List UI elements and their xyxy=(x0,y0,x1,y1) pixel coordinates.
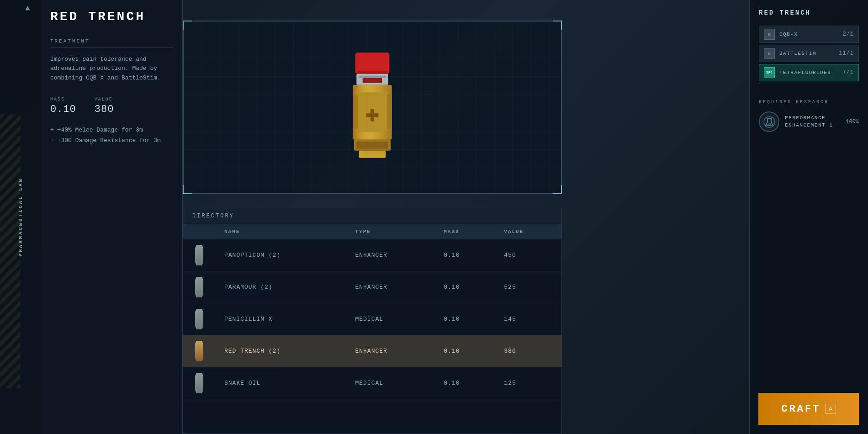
corner-tl xyxy=(183,21,192,30)
col-header-icon xyxy=(183,224,215,239)
row-name: SNAKE OIL xyxy=(215,367,346,399)
row-mass: 0.10 xyxy=(434,303,495,335)
row-icon-cell xyxy=(183,239,215,271)
directory-table: NAME TYPE MASS VALUE PANOPTICON (2) ENHA… xyxy=(183,224,561,399)
ingredient-count: 7/1 xyxy=(842,69,854,76)
row-name: PENICILLIN X xyxy=(215,303,346,335)
table-row[interactable]: PARAMOUR (2) ENHANCER 0.10 525 xyxy=(183,271,561,303)
row-icon-cell xyxy=(183,335,215,367)
row-type: MEDICAL xyxy=(346,303,434,335)
value-value: 380 xyxy=(95,104,114,115)
row-icon xyxy=(192,341,206,361)
row-value: 450 xyxy=(495,239,561,271)
table-row[interactable]: PANOPTICON (2) ENHANCER 0.10 450 xyxy=(183,239,561,271)
table-row[interactable]: SNAKE OIL MEDICAL 0.10 125 xyxy=(183,367,561,399)
item-title: RED TRENCH xyxy=(50,9,173,25)
ingredient-name: CQB-X xyxy=(779,32,838,37)
panel-right: RED TRENCH ⊞ CQB-X 2/1 ⊞ BATTLESTIM 11/1… xyxy=(749,0,868,434)
effect-list: + +40% Melee Damage for 3m + +300 Damage… xyxy=(50,127,173,144)
effect-item-0: + +40% Melee Damage for 3m xyxy=(50,127,173,133)
corner-bl xyxy=(183,185,192,194)
ingredients-title: RED TRENCH xyxy=(759,9,859,16)
item-description: Improves pain tolerance and adrenaline p… xyxy=(50,55,173,83)
sidebar-label: PHARMACEUTICAL LAB xyxy=(18,178,23,257)
row-icon-cell xyxy=(183,271,215,303)
mass-label: MASS xyxy=(50,97,76,102)
value-stat: VALUE 380 xyxy=(95,97,114,115)
col-header-type: TYPE xyxy=(346,224,434,239)
value-label: VALUE xyxy=(95,97,114,102)
ingredient-count: 11/1 xyxy=(839,50,854,57)
research-text: PERFORMANCE ENHANCEMENT 1 xyxy=(785,115,840,129)
ingredient-item: ⊞ CQB-X 2/1 xyxy=(759,26,859,43)
row-mass: 0.10 xyxy=(434,367,495,399)
row-name: PANOPTICON (2) xyxy=(215,239,346,271)
ingredient-item: XF4 TETRAFLUORIDES 7/1 xyxy=(759,64,859,81)
table-header-row: NAME TYPE MASS VALUE xyxy=(183,224,561,239)
row-icon xyxy=(192,277,206,297)
row-icon-cell xyxy=(183,303,215,335)
row-icon xyxy=(192,373,206,393)
row-name: RED TRENCH (2) xyxy=(215,335,346,367)
row-mass: 0.10 xyxy=(434,335,495,367)
ingredient-icon: ⊞ xyxy=(764,29,775,40)
research-icon xyxy=(759,111,779,132)
col-header-name: NAME xyxy=(215,224,346,239)
row-icon xyxy=(192,309,206,329)
directory-panel: DIRECTORY NAME TYPE MASS VALUE PANOPTICO… xyxy=(183,208,562,434)
required-research-label: REQUIRED RESEARCH xyxy=(759,100,859,105)
row-type: ENHANCER xyxy=(346,335,434,367)
stats-row: MASS 0.10 VALUE 380 xyxy=(50,97,173,115)
row-name: PARAMOUR (2) xyxy=(215,271,346,303)
mass-stat: MASS 0.10 xyxy=(50,97,76,115)
row-value: 525 xyxy=(495,271,561,303)
flask-icon xyxy=(763,116,776,128)
preview-bg xyxy=(184,21,561,193)
directory-header: DIRECTORY xyxy=(183,208,561,224)
corner-tr xyxy=(553,21,562,30)
ingredient-item: ⊞ BATTLESTIM 11/1 xyxy=(759,45,859,62)
nav-back-arrow[interactable]: ▲ xyxy=(25,4,30,13)
research-percent: 100% xyxy=(846,119,859,125)
row-value: 145 xyxy=(495,303,561,335)
row-type: ENHANCER xyxy=(346,239,434,271)
row-value: 380 xyxy=(495,335,561,367)
corner-br xyxy=(553,185,562,194)
craft-button-key: A xyxy=(825,404,836,414)
ingredient-count: 2/1 xyxy=(842,31,854,37)
svg-point-16 xyxy=(764,116,775,127)
col-header-value: VALUE xyxy=(495,224,561,239)
table-row[interactable]: PENICILLIN X MEDICAL 0.10 145 xyxy=(183,303,561,335)
row-value: 125 xyxy=(495,367,561,399)
row-type: ENHANCER xyxy=(346,271,434,303)
research-name: PERFORMANCE ENHANCEMENT 1 xyxy=(785,115,840,129)
row-type: MEDICAL xyxy=(346,367,434,399)
row-icon-cell xyxy=(183,367,215,399)
ingredient-icon: ⊞ xyxy=(764,48,775,59)
sidebar-left: PHARMACEUTICAL LAB xyxy=(0,0,41,434)
svg-point-17 xyxy=(767,123,771,125)
panel-left: RED TRENCH TREATMENT Improves pain toler… xyxy=(41,0,183,434)
item-preview-panel xyxy=(183,21,562,194)
ingredient-name: TETRAFLUORIDES xyxy=(779,70,838,75)
table-row[interactable]: RED TRENCH (2) ENHANCER 0.10 380 xyxy=(183,335,561,367)
research-item: PERFORMANCE ENHANCEMENT 1 100% xyxy=(759,111,859,132)
row-mass: 0.10 xyxy=(434,239,495,271)
row-icon xyxy=(192,245,206,265)
craft-button-label: CRAFT xyxy=(781,403,820,415)
mass-value: 0.10 xyxy=(50,104,76,115)
row-mass: 0.10 xyxy=(434,271,495,303)
effect-item-1: + +300 Damage Resistance for 3m xyxy=(50,137,173,144)
ingredient-list: ⊞ CQB-X 2/1 ⊞ BATTLESTIM 11/1 XF4 TETRAF… xyxy=(759,26,859,81)
ingredient-icon: XF4 xyxy=(764,67,775,78)
col-header-mass: MASS xyxy=(434,224,495,239)
ingredient-name: BATTLESTIM xyxy=(779,51,834,56)
craft-button[interactable]: CRAFT A xyxy=(758,393,859,425)
section-label: TREATMENT xyxy=(50,38,173,48)
